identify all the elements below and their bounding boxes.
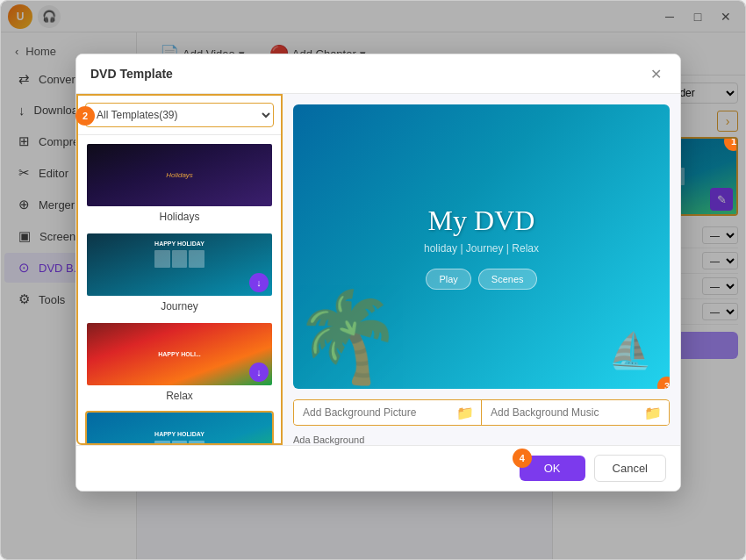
modal-footer: OK 4 Cancel	[76, 445, 680, 491]
template-items: Holidays Holidays HAPPY HOLIDAY	[78, 135, 281, 443]
template-thumb-journey: HAPPY HOLIDAY ↓	[85, 232, 274, 298]
bg-inputs-container: 📁 📁 Ada Background	[283, 399, 680, 445]
ok-button-wrapper: OK 4	[520, 456, 585, 481]
download-badge-relax: ↓	[249, 363, 269, 382]
template-item-seaside[interactable]: HAPPY HOLIDAY Seaside	[85, 411, 274, 443]
template-item-holidays[interactable]: Holidays Holidays	[85, 142, 274, 223]
modal-title: DVD Template	[90, 67, 173, 81]
preview-subtitle: holiday | Journey | Relax	[424, 242, 539, 255]
template-preview-panel: 🌴 ⛵ My DVD holiday | Journey | Relax Pla…	[283, 94, 680, 445]
badge-4: 4	[513, 449, 532, 468]
preview-title: My DVD	[424, 205, 539, 237]
holidays-thumb-img: Holidays	[87, 144, 272, 206]
bg-inputs: 📁 📁	[293, 399, 670, 426]
template-label-journey: Journey	[85, 300, 274, 312]
bg-music-folder-button[interactable]: 📁	[637, 401, 669, 425]
template-label-relax: Relax	[85, 390, 274, 402]
template-thumb-relax: HAPPY HOLI... ↓	[85, 321, 274, 387]
relax-thumb-img: HAPPY HOLI...	[87, 323, 272, 385]
big-preview: 🌴 ⛵ My DVD holiday | Journey | Relax Pla…	[293, 104, 670, 389]
dvd-template-modal: DVD Template ✕ All Templates(39) ◄	[75, 54, 681, 492]
modal-header: DVD Template ✕	[76, 54, 680, 94]
template-filter-select[interactable]: All Templates(39)	[85, 103, 274, 127]
bg-music-input[interactable]	[482, 401, 637, 424]
badge-3: 3	[657, 377, 670, 389]
template-label-holidays: Holidays	[85, 211, 274, 223]
modal-overlay: DVD Template ✕ All Templates(39) ◄	[1, 1, 745, 559]
bg-picture-input[interactable]	[294, 401, 449, 424]
palm-decoration: 🌴	[293, 285, 403, 389]
preview-content: My DVD holiday | Journey | Relax Play Sc…	[424, 205, 539, 290]
template-filter: All Templates(39) ◄	[78, 96, 281, 135]
modal-close-button[interactable]: ✕	[645, 63, 666, 84]
cancel-button[interactable]: Cancel	[594, 455, 666, 482]
app-window: U 🎧 ─ □ ✕ ‹ Home ⇄ Converter ↓ Downloade…	[0, 0, 746, 560]
seaside-thumb-img: HAPPY HOLIDAY	[87, 413, 272, 443]
template-item-journey[interactable]: HAPPY HOLIDAY ↓	[85, 232, 274, 312]
template-thumb-holidays: Holidays	[85, 142, 274, 208]
bg-picture-folder-button[interactable]: 📁	[449, 401, 481, 425]
preview-scenes-button[interactable]: Scenes	[478, 269, 537, 290]
template-thumb-seaside: HAPPY HOLIDAY	[85, 411, 274, 443]
preview-buttons: Play Scenes	[424, 269, 539, 290]
journey-thumb-img: HAPPY HOLIDAY	[87, 233, 272, 296]
ada-background-label: Ada Background	[283, 434, 680, 445]
badge-2: 2	[75, 106, 95, 126]
template-list-panel: All Templates(39) ◄ Holidays	[76, 94, 283, 445]
template-item-relax[interactable]: HAPPY HOLI... ↓ Relax	[85, 321, 274, 402]
boat-decoration: ⛵	[608, 330, 652, 371]
preview-play-button[interactable]: Play	[426, 269, 470, 290]
modal-body: All Templates(39) ◄ Holidays	[76, 94, 680, 445]
download-badge-journey: ↓	[249, 273, 269, 292]
